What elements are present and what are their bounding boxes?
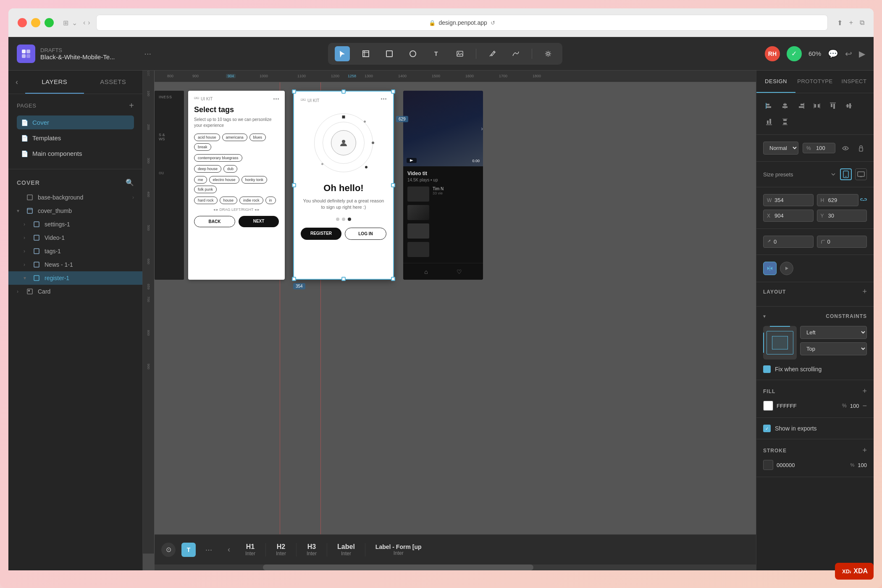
register-button[interactable]: REGISTER (301, 228, 341, 240)
align-center-h-button[interactable] (779, 100, 791, 112)
tabs-icon[interactable]: ⧉ (860, 19, 864, 27)
tag-acid-house[interactable]: acid house (194, 134, 220, 141)
forward-nav-icon[interactable]: › (88, 19, 90, 26)
layer-item-news-1-1[interactable]: › News - 1-1 (8, 258, 142, 271)
image-tool-button[interactable] (452, 46, 467, 61)
back-nav-icon[interactable]: ‹ (83, 19, 85, 26)
tag-house[interactable]: house (220, 197, 238, 204)
constraints-collapse-icon[interactable]: ▾ (763, 313, 766, 319)
history-icon[interactable]: ↩ (845, 49, 852, 59)
align-bottom-button[interactable] (763, 116, 775, 128)
maximize-button[interactable] (45, 18, 54, 27)
minimize-button[interactable] (31, 18, 40, 27)
layer-item-settings-1[interactable]: › settings-1 (8, 218, 142, 231)
page-item-templates[interactable]: 📄 Templates (17, 131, 134, 145)
layer-search-icon[interactable]: 🔍 (126, 178, 134, 186)
panel-collapse-btn[interactable]: ‹ (8, 71, 25, 94)
layer-item-cover-thumb[interactable]: ▾ cover_thumb (8, 204, 142, 218)
login-button[interactable]: LOG IN (345, 228, 386, 240)
canvas-area[interactable]: 800 900 904 1000 1100 1200 1258 1300 140… (143, 71, 756, 570)
remove-fill-button[interactable]: − (862, 402, 867, 410)
add-page-button[interactable]: + (129, 101, 134, 110)
show-in-exports-checkbox[interactable]: ✓ (763, 425, 771, 432)
bottom-nav-button-1[interactable]: ⊙ (161, 543, 176, 557)
tag-indie-rock[interactable]: indie rock (239, 197, 263, 204)
tag-me[interactable]: me (194, 176, 207, 184)
share-icon[interactable]: ⬆ (837, 19, 843, 27)
tag-electro-house[interactable]: electro house (209, 176, 239, 184)
reload-icon[interactable]: ↺ (491, 20, 495, 26)
flip-h-button[interactable] (763, 262, 777, 275)
fix-scrolling-checkbox[interactable] (763, 365, 771, 373)
align-left-button[interactable] (763, 100, 775, 112)
page-item-cover[interactable]: 📄 Cover (17, 116, 134, 129)
bottom-prev-button[interactable]: ‹ (222, 543, 236, 557)
scrollbar-thumb[interactable] (263, 564, 533, 570)
bottom-text-button[interactable]: T (181, 543, 196, 557)
height-field[interactable]: H 629 (817, 194, 859, 206)
constraint-h-select[interactable]: Left (800, 326, 867, 339)
distribute-v-button[interactable] (779, 116, 791, 128)
expand-icon[interactable]: › (24, 221, 30, 227)
expand-icon[interactable]: › (17, 289, 24, 294)
animate-button[interactable] (780, 262, 793, 275)
handle-br[interactable] (391, 277, 395, 281)
tag-dub[interactable]: dub (223, 165, 237, 173)
app-logo[interactable] (17, 45, 35, 63)
layer-item-tags-1[interactable]: › tags-1 (8, 244, 142, 258)
stroke-color-swatch[interactable] (763, 460, 773, 470)
tag-deep-house[interactable]: deep house (194, 165, 221, 173)
width-field[interactable]: W 354 (763, 194, 814, 206)
handle-rm[interactable] (391, 183, 395, 187)
layer-item-register-1[interactable]: ▾ register-1 (8, 271, 142, 285)
layer-item-card[interactable]: › Card (8, 285, 142, 298)
tab-prototype[interactable]: PROTOTYPE (795, 71, 835, 93)
add-layout-button[interactable]: + (862, 287, 867, 296)
tab-assets[interactable]: ASSETS (84, 71, 143, 94)
curve-tool-button[interactable] (508, 46, 523, 61)
expand-icon[interactable]: › (24, 248, 30, 254)
handle-tr[interactable] (391, 89, 395, 94)
rect-tool-button[interactable] (382, 46, 397, 61)
align-middle-v-button[interactable] (843, 100, 855, 112)
next-button[interactable]: NEXT (239, 216, 279, 227)
tag-americana[interactable]: americana (222, 134, 247, 141)
handle-bl[interactable] (292, 277, 296, 281)
chevron-down-icon[interactable]: ⌄ (72, 19, 77, 27)
visibility-toggle-button[interactable] (840, 142, 851, 154)
tag-break[interactable]: break (194, 143, 211, 151)
tab-layers[interactable]: LAYERS (25, 71, 84, 94)
handle-tl[interactable] (292, 89, 296, 94)
layer-item-video-1[interactable]: › Video-1 (8, 231, 142, 244)
ellipse-tool-button[interactable] (405, 46, 420, 61)
y-field[interactable]: Y 30 (817, 210, 867, 222)
add-stroke-button[interactable]: + (862, 446, 867, 455)
lock-button[interactable] (856, 142, 867, 154)
tag-contemporary[interactable]: contemporary bluegrass (194, 154, 242, 162)
settings-tool-button[interactable] (541, 46, 556, 61)
canvas-scrollbar[interactable] (155, 564, 756, 570)
handle-tm[interactable] (341, 89, 346, 94)
align-right-button[interactable] (795, 100, 807, 112)
expand-icon[interactable]: ▾ (24, 275, 30, 281)
tag-in[interactable]: in (265, 197, 276, 204)
aspect-ratio-lock-button[interactable] (860, 194, 867, 206)
pen-tool-button[interactable] (485, 46, 500, 61)
zoom-level-display[interactable]: 60% (808, 50, 821, 57)
corner-radius-field[interactable]: 0 (817, 236, 867, 248)
back-button[interactable]: BACK (194, 216, 235, 227)
x-field[interactable]: X 904 (763, 210, 814, 222)
align-top-button[interactable] (827, 100, 839, 112)
tag-hard-rock[interactable]: hard rock (194, 197, 218, 204)
close-button[interactable] (18, 18, 27, 27)
expand-icon[interactable]: ▾ (17, 208, 24, 214)
play-icon[interactable]: ▶ (859, 49, 865, 59)
canvas-content[interactable]: INESS S &WS ou UI KIT (155, 82, 756, 554)
page-item-main-components[interactable]: 📄 Main components (17, 147, 134, 160)
layer-item-base-background[interactable]: base-background › (8, 191, 142, 204)
text-tool-button[interactable]: T (429, 46, 444, 61)
expand-icon[interactable]: › (24, 235, 30, 241)
chat-icon[interactable]: 💬 (828, 49, 838, 59)
handle-lm[interactable] (292, 183, 296, 187)
select-tool-button[interactable] (335, 46, 350, 61)
